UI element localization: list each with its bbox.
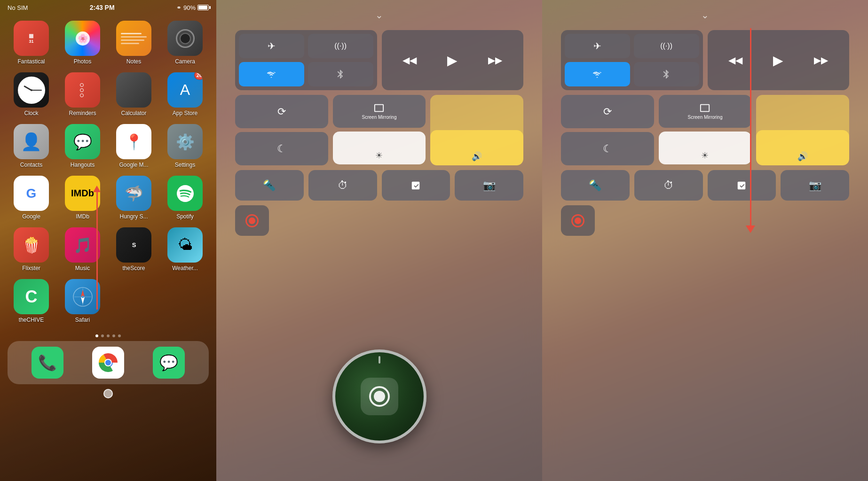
cellular-btn[interactable]: ((·)) [308, 34, 373, 58]
calculator-buttons [128, 76, 140, 105]
dock-chrome[interactable] [92, 347, 124, 379]
app-hangouts[interactable]: 💬 Hangouts [61, 124, 104, 168]
notes-icon [116, 21, 151, 56]
rotation-lock-btn-3[interactable]: ⟳ [561, 95, 654, 128]
app-fantastical[interactable]: ▦ 31 Fantastical [9, 21, 53, 65]
page-dots [0, 334, 216, 337]
app-notes[interactable]: Notes [112, 21, 156, 65]
fantastical-label: Fantastical [17, 58, 45, 65]
play-btn-3[interactable]: ▶ [773, 53, 783, 68]
photos-label: Photos [74, 58, 91, 65]
calculator-btn-cc[interactable] [382, 170, 450, 201]
bluetooth-btn-3[interactable] [634, 62, 699, 86]
bluetooth-icon-3 [661, 69, 671, 79]
appstore-icon: A 26 [167, 72, 203, 108]
volume-slider-3[interactable]: 🔊 [756, 95, 849, 165]
camera-btn-cc-3[interactable]: 📷 [781, 170, 849, 201]
battery-icon [197, 5, 209, 10]
record-dot [103, 389, 113, 398]
wifi-icon [266, 69, 276, 79]
airplane-icon: ✈ [268, 40, 276, 52]
google-g: G [26, 186, 37, 201]
app-calculator[interactable]: Calculator [112, 72, 156, 116]
record-btn-cc[interactable] [235, 205, 269, 236]
airplane-mode-btn[interactable]: ✈ [239, 34, 304, 58]
rotation-lock-btn[interactable]: ⟳ [235, 95, 328, 128]
spotify-label: Spotify [176, 213, 194, 220]
airplane-mode-btn-3[interactable]: ✈ [565, 34, 630, 58]
camera-icon [167, 21, 203, 56]
appstore-label: App Store [173, 110, 197, 116]
dnd-btn-3[interactable]: ☾ [561, 132, 654, 165]
thescore-logo: S [132, 241, 136, 248]
cc-bottom-section-3: 🔦 ⏱ 📷 [561, 170, 849, 201]
safari-compass-logo [72, 286, 94, 308]
phone-icon: 📞 [32, 347, 63, 379]
app-google[interactable]: G Google [9, 176, 53, 220]
calculator-btn-cc-3[interactable] [708, 170, 776, 201]
app-camera[interactable]: Camera [163, 21, 207, 65]
app-settings[interactable]: ⚙️ Settings [163, 124, 207, 168]
carrier-text: No SIM [8, 4, 28, 11]
brightness-slider-3[interactable]: ☀ [659, 132, 752, 164]
flashlight-btn-3[interactable]: 🔦 [561, 170, 630, 201]
timer-btn[interactable]: ⏱ [308, 170, 377, 201]
cellular-btn-3[interactable]: ((·)) [634, 34, 699, 58]
screen-mirroring-btn-3[interactable]: Screen Mirroring [659, 95, 752, 128]
imdb-label: IMDb [76, 213, 89, 220]
reminders-list [75, 78, 90, 102]
app-spotify[interactable]: Spotify [163, 176, 207, 220]
arrow-up-head [93, 186, 101, 192]
fastforward-btn[interactable]: ▶▶ [488, 54, 502, 66]
volume-slider[interactable]: 🔊 [430, 95, 523, 165]
clock-center [31, 89, 32, 91]
play-btn[interactable]: ▶ [447, 53, 458, 68]
photos-flower: 🌸 [76, 31, 90, 46]
brightness-slider[interactable]: ☀ [333, 132, 426, 164]
app-weather[interactable]: 🌤 Weather... [163, 227, 207, 272]
wifi-btn[interactable] [239, 62, 304, 86]
connectivity-grid: ✈ ((·)) [235, 30, 377, 90]
bluetooth-btn[interactable] [308, 62, 373, 86]
app-clock[interactable]: Clock [9, 72, 53, 116]
wifi-icon-3 [592, 69, 602, 79]
record-btn-cc-3[interactable] [561, 205, 595, 236]
magnifier-indicator [379, 356, 380, 364]
app-flixster[interactable]: 🍿 Flixster [9, 227, 53, 272]
arrow-up-indicator [93, 186, 101, 310]
status-bar: No SIM 2:43 PM ⚭ 90% [0, 0, 216, 13]
rotation-icon: ⟳ [277, 106, 286, 118]
app-googlemaps[interactable]: 📍 Google M... [112, 124, 156, 168]
camera-btn-cc[interactable]: 📷 [455, 170, 523, 201]
dock-phone[interactable]: 📞 [32, 347, 63, 379]
rewind-btn-3[interactable]: ◀◀ [728, 54, 742, 66]
app-contacts[interactable]: 👤 Contacts [9, 124, 53, 168]
app-appstore[interactable]: A 26 App Store [163, 72, 207, 116]
timer-btn-3[interactable]: ⏱ [634, 170, 703, 201]
googlemaps-icon: 📍 [116, 124, 151, 159]
control-center-content-2: ⌄ ✈ ((·)) [216, 0, 542, 245]
rewind-btn[interactable]: ◀◀ [402, 54, 417, 66]
flashlight-btn[interactable]: 🔦 [235, 170, 304, 201]
app-thechive[interactable]: C theCHIVE [9, 279, 53, 323]
control-center-content-3: ⌄ ✈ ((·)) [542, 0, 868, 245]
wifi-btn-3[interactable] [565, 62, 630, 86]
page-dot-1 [95, 334, 98, 337]
app-hungrys[interactable]: 🦈 Hungry S... [112, 176, 156, 220]
google-icon: G [14, 176, 49, 211]
screen-mirroring-btn[interactable]: Screen Mirroring [333, 95, 426, 128]
settings-gear: ⚙️ [176, 133, 195, 151]
hungrys-icon: 🦈 [116, 176, 151, 211]
app-reminders[interactable]: Reminders [61, 72, 104, 116]
volume-icon-3: 🔊 [794, 147, 812, 165]
dock-messages[interactable]: 💬 [153, 347, 185, 379]
app-thescore[interactable]: S theScore [112, 227, 156, 272]
notes-content [116, 21, 151, 56]
rotation-icon-3: ⟳ [603, 106, 612, 118]
bluetooth-indicator: ⚭ [176, 4, 181, 11]
app-photos[interactable]: 🌸 Photos [61, 21, 104, 65]
screen-mirroring-icon [374, 103, 384, 113]
dnd-btn[interactable]: ☾ [235, 132, 328, 165]
messages-icon: 💬 [153, 347, 185, 379]
fastforward-btn-3[interactable]: ▶▶ [814, 54, 828, 66]
